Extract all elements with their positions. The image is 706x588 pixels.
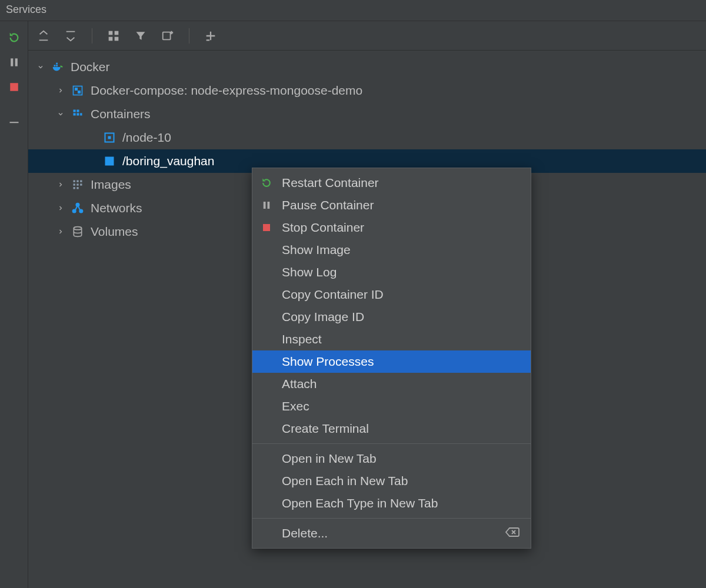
svg-rect-36	[268, 202, 270, 209]
chevron-right-icon[interactable]	[56, 205, 65, 212]
svg-rect-15	[74, 110, 76, 112]
tree-item-compose[interactable]: Docker-compose: node-express-mongoose-de…	[28, 79, 706, 102]
blank-icon	[259, 243, 274, 257]
toolbar-separator	[189, 28, 189, 44]
ctx-open-each-new-tab[interactable]: Open Each in New Tab	[252, 470, 531, 492]
svg-rect-9	[54, 65, 56, 66]
svg-rect-16	[76, 110, 79, 112]
tree-label: /node-10	[122, 131, 171, 145]
ctx-label: Show Processes	[282, 355, 374, 369]
ctx-label: Pause Container	[282, 198, 374, 212]
restart-icon	[259, 176, 274, 190]
ctx-exec[interactable]: Exec	[252, 395, 531, 417]
stop-button[interactable]	[7, 80, 21, 94]
tree-item-containers[interactable]: Containers	[28, 102, 706, 126]
compose-icon	[71, 83, 85, 98]
ctx-label: Show Log	[282, 265, 337, 279]
pause-button[interactable]	[7, 55, 21, 69]
blank-icon	[259, 265, 274, 279]
toolbar-separator	[92, 28, 92, 44]
menu-separator	[252, 518, 531, 519]
new-tab-icon[interactable]	[161, 29, 175, 43]
ctx-open-new-tab[interactable]: Open in New Tab	[252, 447, 531, 470]
svg-rect-25	[80, 181, 82, 182]
ctx-label: Copy Image ID	[282, 310, 364, 324]
svg-rect-1	[15, 58, 17, 66]
svg-rect-23	[74, 181, 75, 182]
ctx-stop-container[interactable]: Stop Container	[252, 216, 531, 239]
ctx-label: Show Image	[282, 243, 351, 257]
svg-rect-26	[74, 183, 75, 185]
container-running-icon	[102, 154, 116, 168]
chevron-right-icon[interactable]	[56, 228, 65, 235]
tree-label: Volumes	[91, 225, 138, 239]
svg-rect-29	[74, 187, 75, 189]
blank-icon	[259, 496, 274, 510]
delete-key-icon	[505, 526, 520, 541]
blank-icon	[259, 474, 274, 488]
svg-point-33	[76, 203, 79, 206]
context-menu: Restart Container Pause Container Stop C…	[252, 168, 531, 549]
ctx-inspect[interactable]: Inspect	[252, 328, 531, 350]
chevron-down-icon[interactable]	[36, 64, 45, 71]
menu-separator	[252, 443, 531, 444]
svg-rect-8	[163, 32, 171, 39]
images-icon	[71, 178, 85, 192]
expand-all-icon[interactable]	[36, 29, 51, 43]
ctx-copy-image-id[interactable]: Copy Image ID	[252, 306, 531, 328]
tree-item-container[interactable]: /node-10	[28, 126, 706, 149]
minimize-button[interactable]	[7, 115, 21, 129]
layout-icon[interactable]	[106, 29, 121, 43]
ctx-label: Open Each Type in New Tab	[282, 496, 438, 510]
svg-rect-3	[9, 122, 18, 123]
toolbar	[28, 21, 706, 51]
tree-item-docker[interactable]: Docker	[28, 55, 706, 79]
svg-rect-14	[78, 91, 80, 93]
restart-button[interactable]	[7, 31, 21, 45]
svg-rect-11	[56, 63, 58, 65]
collapse-all-icon[interactable]	[64, 29, 78, 43]
docker-icon	[51, 60, 65, 74]
blank-icon	[259, 452, 274, 466]
chevron-right-icon[interactable]	[56, 87, 65, 94]
chevron-right-icon[interactable]	[56, 181, 65, 188]
blank-icon	[259, 377, 274, 391]
blank-icon	[259, 526, 274, 540]
blank-icon	[259, 399, 274, 413]
ctx-pause-container[interactable]: Pause Container	[252, 194, 531, 216]
container-running-icon	[102, 131, 116, 145]
ctx-label: Stop Container	[282, 220, 364, 235]
add-icon[interactable]	[204, 29, 218, 43]
svg-rect-18	[76, 113, 79, 115]
ctx-show-image[interactable]: Show Image	[252, 239, 531, 261]
ctx-label: Exec	[282, 399, 309, 413]
svg-rect-30	[76, 187, 78, 189]
ctx-label: Open in New Tab	[282, 452, 377, 466]
ctx-create-terminal[interactable]: Create Terminal	[252, 417, 531, 440]
ctx-copy-container-id[interactable]: Copy Container ID	[252, 283, 531, 306]
filter-icon[interactable]	[134, 29, 148, 43]
svg-rect-22	[105, 157, 114, 166]
ctx-attach[interactable]: Attach	[252, 373, 531, 395]
ctx-label: Delete...	[282, 526, 328, 540]
svg-rect-24	[76, 181, 78, 182]
ctx-show-processes[interactable]: Show Processes	[252, 350, 531, 373]
ctx-delete[interactable]: Delete...	[252, 522, 531, 544]
blank-icon	[259, 422, 274, 436]
svg-rect-19	[80, 113, 82, 115]
ctx-label: Attach	[282, 377, 317, 391]
tree-label: Images	[91, 178, 131, 192]
tree-label: Docker	[71, 60, 110, 74]
volumes-icon	[71, 225, 85, 239]
ctx-open-each-type-new-tab[interactable]: Open Each Type in New Tab	[252, 492, 531, 514]
svg-rect-27	[76, 183, 78, 185]
left-action-rail	[0, 21, 28, 588]
svg-rect-6	[109, 36, 113, 41]
ctx-restart-container[interactable]: Restart Container	[252, 172, 531, 194]
ctx-show-log[interactable]: Show Log	[252, 261, 531, 283]
tree-label: Networks	[91, 201, 142, 215]
panel-title: Services	[0, 0, 706, 21]
tree-label: /boring_vaughan	[122, 154, 214, 168]
chevron-down-icon[interactable]	[56, 111, 65, 118]
svg-rect-7	[115, 36, 119, 41]
